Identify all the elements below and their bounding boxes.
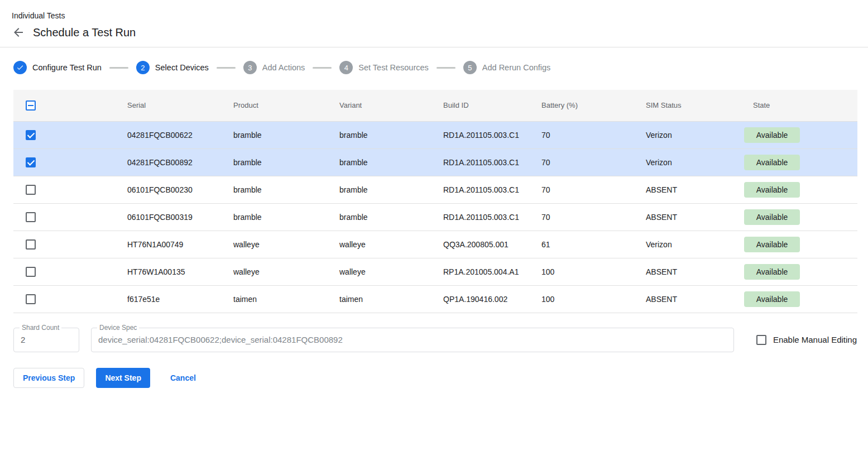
row-checkbox[interactable] (26, 239, 36, 250)
status-badge: Available (744, 155, 800, 170)
cell-battery: 100 (541, 295, 554, 304)
row-checkbox[interactable] (26, 267, 36, 277)
cell-build-id: QQ3A.200805.001 (443, 240, 509, 249)
cell-sim-status: ABSENT (646, 267, 677, 276)
step-label: Set Test Resources (358, 63, 428, 72)
step-add-actions: 3 Add Actions (243, 61, 305, 74)
cell-product: taimen (233, 295, 257, 304)
cell-variant: walleye (339, 267, 366, 276)
cell-variant: walleye (339, 240, 366, 249)
table-row[interactable]: 06101FQCB00230 bramble bramble RD1A.2011… (13, 176, 857, 203)
cell-battery: 100 (541, 267, 554, 276)
device-spec-label: Device Spec (97, 324, 139, 332)
stepper-connector (217, 67, 236, 69)
row-checkbox[interactable] (26, 157, 36, 167)
select-all-checkbox[interactable] (26, 100, 36, 111)
cell-serial: 06101FQCB00319 (127, 213, 193, 222)
step-number: 3 (243, 61, 257, 74)
page-title: Schedule a Test Run (33, 26, 136, 39)
status-badge: Available (744, 209, 800, 225)
column-header-variant: Variant (326, 90, 430, 121)
cell-build-id: QP1A.190416.002 (443, 295, 507, 304)
cell-serial: 04281FQCB00892 (127, 158, 193, 167)
cell-sim-status: Verizon (646, 131, 672, 140)
cell-build-id: RP1A.201005.004.A1 (443, 267, 519, 276)
cell-product: bramble (233, 131, 262, 140)
stepper-connector (109, 67, 128, 69)
cell-product: bramble (233, 213, 262, 222)
column-header-build-id: Build ID (430, 90, 528, 121)
table-row[interactable]: HT76N1A00749 walleye walleye QQ3A.200805… (13, 231, 857, 258)
step-label: Add Rerun Configs (482, 63, 551, 72)
table-row[interactable]: 06101FQCB00319 bramble bramble RD1A.2011… (13, 203, 857, 231)
cell-sim-status: Verizon (646, 240, 672, 249)
cell-sim-status: ABSENT (646, 295, 677, 304)
table-row[interactable]: 04281FQCB00622 bramble bramble RD1A.2011… (13, 121, 857, 148)
cell-build-id: RD1A.201105.003.C1 (443, 213, 519, 222)
device-spec-value: device_serial:04281FQCB00622;device_seri… (92, 328, 733, 352)
cell-variant: bramble (339, 185, 368, 194)
enable-manual-editing-checkbox[interactable] (756, 335, 766, 345)
row-checkbox[interactable] (26, 294, 36, 304)
step-number: 5 (463, 61, 477, 74)
cell-variant: bramble (339, 213, 368, 222)
cell-variant: bramble (339, 131, 368, 140)
cell-sim-status: ABSENT (646, 213, 677, 222)
stepper-connector (437, 67, 455, 69)
step-select-devices[interactable]: 2 Select Devices (136, 61, 209, 74)
column-header-sim-status: SIM Status (632, 90, 740, 121)
previous-step-button[interactable]: Previous Step (13, 368, 84, 388)
status-badge: Available (744, 127, 800, 143)
status-badge: Available (744, 264, 800, 280)
header: Individual Tests Schedule a Test Run (0, 0, 868, 47)
table-header-row: Serial Product Variant Build ID Battery … (13, 90, 857, 121)
step-number: 2 (136, 61, 150, 74)
cell-sim-status: ABSENT (646, 185, 677, 194)
cell-battery: 70 (541, 185, 550, 194)
cell-sim-status: Verizon (646, 158, 672, 167)
cell-battery: 70 (541, 131, 550, 140)
device-spec-field[interactable]: Device Spec device_serial:04281FQCB00622… (91, 328, 734, 352)
device-spec-section: Shard Count 2 Device Spec device_serial:… (0, 313, 868, 352)
step-number: 4 (339, 61, 353, 74)
cell-serial: HT76N1A00749 (127, 240, 183, 249)
status-badge: Available (744, 291, 800, 307)
row-checkbox[interactable] (26, 185, 36, 195)
step-label: Add Actions (262, 63, 305, 72)
step-add-rerun-configs: 5 Add Rerun Configs (463, 61, 551, 74)
column-header-state: State (740, 90, 857, 121)
status-badge: Available (744, 237, 800, 252)
row-checkbox[interactable] (26, 130, 36, 140)
step-configure-test-run[interactable]: Configure Test Run (13, 61, 102, 74)
cell-battery: 70 (541, 213, 550, 222)
step-label: Select Devices (155, 63, 209, 72)
table-row[interactable]: HT76W1A00135 walleye walleye RP1A.201005… (13, 258, 857, 285)
breadcrumb: Individual Tests (12, 11, 855, 20)
cell-battery: 70 (541, 158, 550, 167)
cancel-button[interactable]: Cancel (161, 368, 205, 388)
table-row[interactable]: 04281FQCB00892 bramble bramble RD1A.2011… (13, 148, 857, 176)
step-label: Configure Test Run (32, 63, 102, 72)
step-set-test-resources: 4 Set Test Resources (339, 61, 428, 74)
row-checkbox[interactable] (26, 212, 36, 222)
status-badge: Available (744, 182, 800, 198)
cell-product: walleye (233, 267, 260, 276)
cell-product: bramble (233, 185, 262, 194)
table-row[interactable]: f617e51e taimen taimen QP1A.190416.002 1… (13, 285, 857, 313)
stepper: Configure Test Run 2 Select Devices 3 Ad… (0, 47, 868, 82)
stepper-connector (313, 67, 332, 69)
cell-product: bramble (233, 158, 262, 167)
enable-manual-editing-toggle[interactable]: Enable Manual Editing (756, 335, 857, 345)
column-header-product: Product (220, 90, 326, 121)
back-arrow-icon[interactable] (12, 26, 25, 39)
column-header-serial: Serial (114, 90, 220, 121)
next-step-button[interactable]: Next Step (96, 368, 150, 388)
column-header-battery: Battery (%) (528, 90, 632, 121)
cell-product: walleye (233, 240, 260, 249)
action-bar: Previous Step Next Step Cancel (0, 352, 868, 388)
cell-serial: 04281FQCB00622 (127, 131, 193, 140)
cell-build-id: RD1A.201105.003.C1 (443, 185, 519, 194)
cell-serial: 06101FQCB00230 (127, 185, 193, 194)
enable-manual-editing-label: Enable Manual Editing (773, 335, 857, 344)
shard-count-field[interactable]: Shard Count 2 (13, 328, 79, 352)
